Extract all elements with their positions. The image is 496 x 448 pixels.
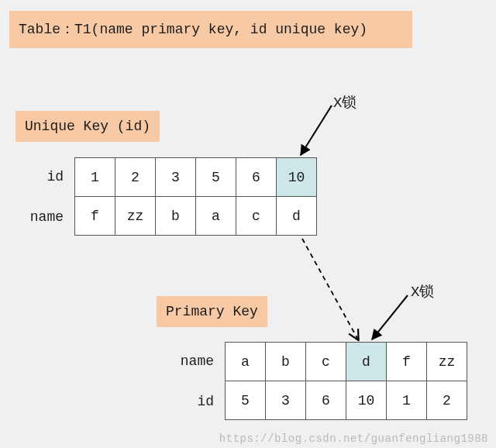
uk-id-cell: 6 — [236, 158, 277, 197]
uk-id-cell: 1 — [75, 158, 115, 197]
unique-key-index-table: 1 2 3 5 6 10 f zz b a c d — [74, 157, 317, 236]
uk-row-label-id: id — [17, 169, 64, 184]
pk-name-cell: b — [266, 343, 306, 381]
uk-id-cell: 2 — [115, 158, 156, 197]
pk-name-cell: a — [226, 343, 266, 381]
pk-id-cell: 10 — [346, 381, 387, 420]
uk-name-cell: f — [75, 197, 115, 236]
uk-name-cell: d — [277, 197, 317, 236]
pk-id-cell: 3 — [266, 381, 306, 420]
pk-row-label-id: id — [167, 394, 214, 409]
pk-name-cell: c — [306, 343, 346, 381]
primary-key-banner: Primary Key — [157, 296, 267, 327]
x-lock-label-2: X锁 — [411, 281, 434, 302]
uk-name-cell: zz — [115, 197, 156, 236]
primary-key-index-table: a b c d f zz 5 3 6 10 1 2 — [225, 342, 467, 420]
pk-id-cell: 2 — [427, 381, 467, 420]
pk-id-cell: 1 — [387, 381, 427, 420]
index-link-arrow-icon — [302, 239, 358, 339]
uk-name-cell: c — [236, 197, 277, 236]
uk-name-cell: b — [156, 197, 196, 236]
pk-name-cell: f — [387, 343, 427, 381]
pk-name-cell-locked: d — [346, 343, 387, 381]
table-definition-banner: Table：T1(name primary key, id unique key… — [9, 11, 412, 48]
x-lock-arrow-2-icon — [372, 295, 408, 339]
primary-key-label: Primary Key — [166, 304, 258, 319]
table-definition-text: Table：T1(name primary key, id unique key… — [19, 22, 367, 37]
uk-id-cell-locked: 10 — [277, 158, 317, 197]
uk-id-cell: 3 — [156, 158, 196, 197]
table-row: a b c d f zz — [226, 343, 467, 381]
unique-key-label: Unique Key (id) — [25, 119, 150, 134]
uk-row-label-name: name — [17, 209, 64, 225]
pk-id-cell: 6 — [306, 381, 346, 420]
uk-id-cell: 5 — [196, 158, 236, 197]
pk-id-cell: 5 — [226, 381, 266, 420]
x-lock-arrow-1-icon — [301, 105, 332, 155]
uk-name-cell: a — [196, 197, 236, 236]
pk-name-cell: zz — [427, 343, 467, 381]
table-row: 5 3 6 10 1 2 — [226, 381, 467, 420]
watermark-text: https://blog.csdn.net/guanfengliang1988 — [219, 432, 488, 445]
table-row: 1 2 3 5 6 10 — [75, 158, 317, 197]
unique-key-banner: Unique Key (id) — [16, 111, 160, 142]
table-row: f zz b a c d — [75, 197, 317, 236]
pk-row-label-name: name — [167, 353, 214, 369]
x-lock-label-1: X锁 — [333, 92, 356, 112]
